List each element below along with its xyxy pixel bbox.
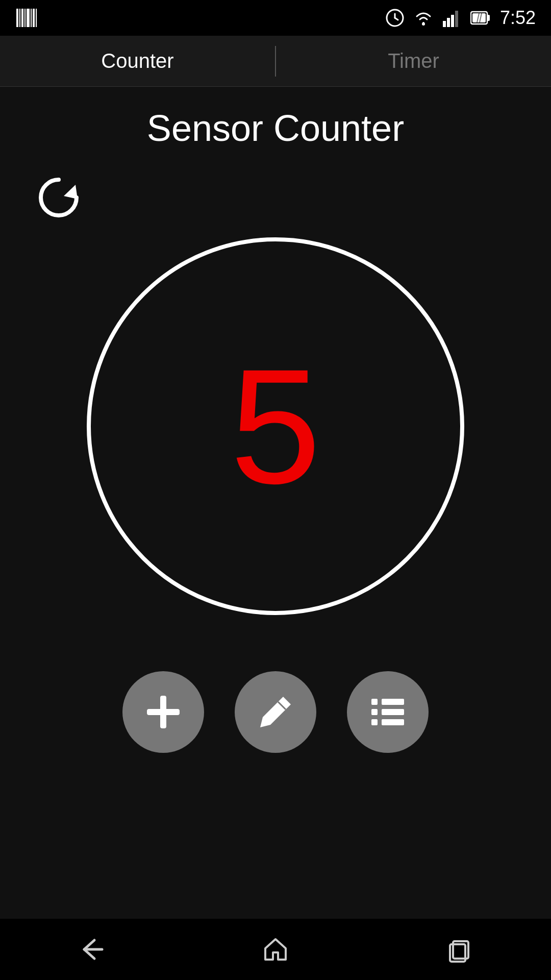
barcode-icon xyxy=(15,7,38,29)
svg-rect-2 xyxy=(21,9,23,27)
svg-rect-27 xyxy=(371,709,378,715)
list-button[interactable] xyxy=(347,671,429,753)
svg-rect-15 xyxy=(455,11,458,27)
svg-rect-3 xyxy=(24,9,26,27)
svg-rect-13 xyxy=(447,18,450,27)
back-button[interactable] xyxy=(66,924,117,975)
list-icon xyxy=(367,692,408,732)
svg-rect-30 xyxy=(382,719,404,725)
svg-point-11 xyxy=(422,22,425,26)
svg-rect-4 xyxy=(27,9,30,27)
svg-rect-26 xyxy=(382,699,404,705)
tab-timer-label: Timer xyxy=(388,50,439,72)
home-button[interactable] xyxy=(250,924,301,975)
status-bar-left xyxy=(15,7,38,29)
recent-apps-button[interactable] xyxy=(434,924,485,975)
svg-rect-6 xyxy=(33,9,35,27)
back-icon xyxy=(77,934,107,965)
reset-icon xyxy=(36,175,82,220)
svg-rect-25 xyxy=(371,699,378,705)
tab-bar: Counter Timer xyxy=(0,36,551,87)
svg-rect-23 xyxy=(147,709,180,715)
home-icon xyxy=(260,934,291,965)
counter-value: 5 xyxy=(230,345,321,508)
svg-rect-28 xyxy=(382,709,404,715)
add-button[interactable] xyxy=(122,671,204,753)
plus-icon xyxy=(143,692,184,732)
svg-line-10 xyxy=(395,18,398,20)
svg-rect-5 xyxy=(31,9,32,27)
tab-timer[interactable]: Timer xyxy=(276,36,551,86)
svg-rect-29 xyxy=(371,719,378,725)
svg-rect-0 xyxy=(16,9,18,27)
svg-rect-7 xyxy=(36,9,37,27)
action-buttons xyxy=(122,671,429,753)
nav-bar xyxy=(0,919,551,980)
svg-marker-21 xyxy=(64,185,78,199)
edit-icon xyxy=(255,692,296,732)
reset-button[interactable] xyxy=(31,169,87,227)
edit-button[interactable] xyxy=(235,671,316,753)
main-content: Sensor Counter 5 xyxy=(0,87,551,773)
reset-button-container xyxy=(31,169,520,227)
signal-icon xyxy=(443,9,461,27)
tab-counter[interactable]: Counter xyxy=(0,36,275,86)
page-title: Sensor Counter xyxy=(147,107,404,149)
svg-rect-1 xyxy=(19,9,20,27)
clock-icon xyxy=(386,9,404,27)
svg-rect-14 xyxy=(451,15,454,27)
tab-counter-label: Counter xyxy=(101,50,173,72)
svg-rect-17 xyxy=(487,15,490,21)
status-bar: 7:52 xyxy=(0,0,551,36)
recent-apps-icon xyxy=(444,934,474,965)
svg-rect-12 xyxy=(443,21,446,27)
status-time: 7:52 xyxy=(500,7,536,29)
battery-icon xyxy=(470,9,491,27)
wifi-icon xyxy=(413,9,434,27)
status-bar-right: 7:52 xyxy=(386,7,536,29)
counter-circle[interactable]: 5 xyxy=(87,237,464,615)
